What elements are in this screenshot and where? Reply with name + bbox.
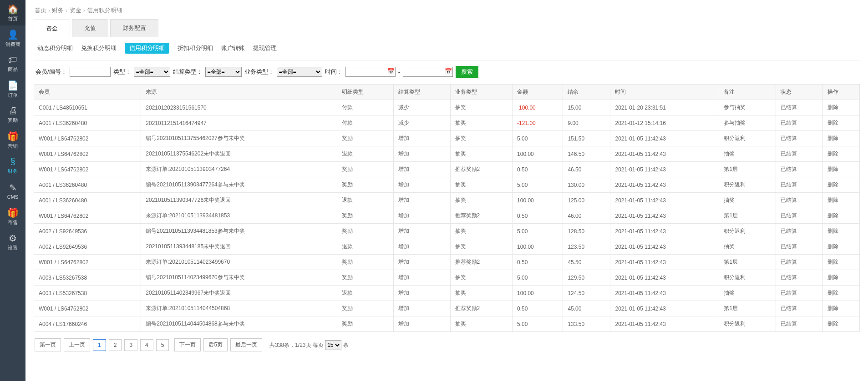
breadcrumb-item[interactable]: 首页 xyxy=(35,7,46,14)
breadcrumb-item[interactable]: 信用积分明细 xyxy=(87,7,122,14)
subtab-折扣积分明细[interactable]: 折扣积分明细 xyxy=(178,44,213,52)
page-number[interactable]: 5 xyxy=(156,339,169,351)
subtab-兑换积分明细[interactable]: 兑换积分明细 xyxy=(81,44,117,52)
per-page-select[interactable]: 15 xyxy=(325,340,341,350)
sidebar-item-label: 商品 xyxy=(8,66,18,73)
cell: 已结算 xyxy=(776,286,822,301)
cell: A002 / LS92649536 xyxy=(34,239,141,255)
page-number[interactable]: 4 xyxy=(140,339,153,351)
sidebar-consumer[interactable]: 👤消费商 xyxy=(0,25,25,51)
sidebar-cms[interactable]: ✎CMS xyxy=(0,178,25,204)
type-select[interactable]: =全部= xyxy=(134,67,170,77)
cell[interactable]: 删除 xyxy=(822,115,859,131)
sidebar-marketing[interactable]: 🎁营销 xyxy=(0,127,25,153)
cell[interactable]: 删除 xyxy=(822,255,859,270)
cell: 退款 xyxy=(337,146,393,162)
cell: 128.50 xyxy=(563,224,610,239)
cell[interactable]: 删除 xyxy=(822,301,859,316)
page-next5[interactable]: 后5页 xyxy=(203,338,228,351)
cell: 抽奖 xyxy=(719,239,776,255)
sidebar-settings[interactable]: ⚙设置 xyxy=(0,229,25,255)
cell: W001 / LS64762802 xyxy=(34,301,141,316)
cell: 5.00 xyxy=(513,131,563,146)
pager: 第一页 上一页 12345 下一页 后5页 最后一页 共338条，1/23页 每… xyxy=(34,332,860,358)
page-number[interactable]: 3 xyxy=(124,339,137,351)
cell: 抽奖 xyxy=(450,177,513,193)
page-first[interactable]: 第一页 xyxy=(35,338,61,351)
settle-select[interactable]: =全部= xyxy=(205,67,242,77)
cell: 已结算 xyxy=(776,162,822,177)
cell: 抽奖 xyxy=(719,146,776,162)
cell[interactable]: 删除 xyxy=(822,177,859,193)
cell[interactable]: 删除 xyxy=(822,193,859,208)
sidebar-finance[interactable]: §财务 xyxy=(0,153,25,178)
page-number[interactable]: 1 xyxy=(93,339,106,351)
subtab-动态积分明细[interactable]: 动态积分明细 xyxy=(37,44,73,52)
cell[interactable]: 删除 xyxy=(822,208,859,224)
cell: 5.00 xyxy=(513,224,563,239)
cell[interactable]: 删除 xyxy=(822,224,859,239)
page-number[interactable]: 2 xyxy=(109,339,122,351)
cell: 2021-01-05 11:42:43 xyxy=(610,208,719,224)
cell: 增加 xyxy=(394,177,450,193)
biz-select[interactable]: =全部= xyxy=(277,67,322,77)
data-table: 会员来源明细类型结算类型业务类型金额结余时间备注状态操作 C001 / LS48… xyxy=(34,84,860,332)
cell: 推荐奖励2 xyxy=(450,208,513,224)
subtab-账户转账[interactable]: 账户转账 xyxy=(221,44,245,52)
cell: -121.00 xyxy=(513,115,563,131)
cell: 2021-01-05 11:42:43 xyxy=(610,177,719,193)
cell: 抽奖 xyxy=(450,146,513,162)
search-button[interactable]: 搜索 xyxy=(456,66,478,78)
sidebar-product[interactable]: 🏷商品 xyxy=(0,51,25,76)
col-header: 状态 xyxy=(776,85,822,100)
subtab-提现管理[interactable]: 提现管理 xyxy=(253,44,277,52)
sidebar-order[interactable]: 📄订单 xyxy=(0,76,25,102)
cell: A001 / LS36260480 xyxy=(34,115,141,131)
cell[interactable]: 删除 xyxy=(822,286,859,301)
col-header: 会员 xyxy=(34,85,141,100)
cell: 抽奖 xyxy=(450,115,513,131)
table-row: W001 / LS64762802来源订单:202101051139344818… xyxy=(34,208,860,224)
cell[interactable]: 删除 xyxy=(822,270,859,286)
sidebar-reward[interactable]: 🖨奖励 xyxy=(0,102,25,127)
tab-财务配置[interactable]: 财务配置 xyxy=(110,19,158,37)
table-row: A004 / LS17660246编号20210105114044504868参… xyxy=(34,316,860,332)
cell: 2021-01-05 11:42:43 xyxy=(610,286,719,301)
cell[interactable]: 删除 xyxy=(822,131,859,146)
cell: 45.00 xyxy=(563,301,610,316)
page-prev[interactable]: 上一页 xyxy=(64,338,90,351)
cell: 已结算 xyxy=(776,239,822,255)
sidebar-item-label: 营销 xyxy=(8,143,18,150)
cell: 增加 xyxy=(394,301,450,316)
member-input[interactable] xyxy=(70,67,111,77)
cell[interactable]: 删除 xyxy=(822,316,859,332)
page-last[interactable]: 最后一页 xyxy=(230,338,262,351)
cell[interactable]: 删除 xyxy=(822,162,859,177)
cell: 抽奖 xyxy=(450,131,513,146)
cell[interactable]: 删除 xyxy=(822,146,859,162)
cell: 抽奖 xyxy=(450,100,513,115)
cell: 积分返利 xyxy=(719,316,776,332)
date-to-input[interactable] xyxy=(403,67,453,77)
cell[interactable]: 删除 xyxy=(822,239,859,255)
page-next[interactable]: 下一页 xyxy=(174,338,201,351)
cell: 第1层 xyxy=(719,255,776,270)
cell: 抽奖 xyxy=(719,286,776,301)
tab-资金[interactable]: 资金 xyxy=(34,20,70,37)
sidebar-finance-icon: § xyxy=(10,156,15,167)
cell: C001 / LS48510651 xyxy=(34,100,141,115)
cell: 2021-01-05 11:42:43 xyxy=(610,131,719,146)
tab-充值[interactable]: 充值 xyxy=(72,19,108,37)
cell: 增加 xyxy=(394,286,450,301)
sidebar-home[interactable]: 🏠首页 xyxy=(0,0,25,25)
cell: A002 / LS92649536 xyxy=(34,224,141,239)
subtab-信用积分明细[interactable]: 信用积分明细 xyxy=(125,43,169,54)
breadcrumb-sep: › xyxy=(48,7,50,14)
cell[interactable]: 删除 xyxy=(822,100,859,115)
cell: 增加 xyxy=(394,131,450,146)
date-from-input[interactable] xyxy=(345,67,396,77)
table-row: W001 / LS64762802来源订单:202101051140234996… xyxy=(34,255,860,270)
breadcrumb-item[interactable]: 财务 xyxy=(52,7,64,14)
sidebar-consign[interactable]: 🎁寄售 xyxy=(0,204,25,229)
breadcrumb-item[interactable]: 资金 xyxy=(70,7,81,14)
